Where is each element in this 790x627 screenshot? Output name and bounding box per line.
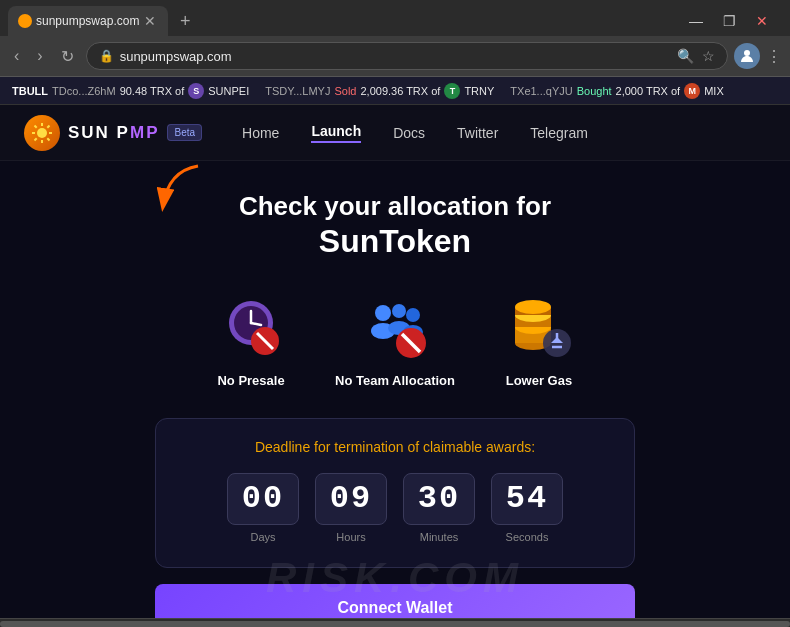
ticker-item-1: TBULL TDco...Z6hM 90.48 TRX of S SUNPEI <box>12 83 249 99</box>
forward-button[interactable]: › <box>31 43 48 69</box>
ticker-amount-3: 2,000 TRX of <box>616 85 681 97</box>
ticker-verb-3: Bought <box>577 85 612 97</box>
lower-gas-icon-wrap <box>503 291 575 363</box>
minimize-button[interactable]: — <box>683 9 709 33</box>
countdown-minutes-label: Minutes <box>420 531 459 543</box>
no-team-icon-wrap <box>359 291 431 363</box>
ticker-coin-name-2: TRNY <box>464 85 494 97</box>
nav-twitter[interactable]: Twitter <box>457 125 498 141</box>
ticker-item-2: TSDY...LMYJ Sold 2,009.36 TRX of T TRNY <box>265 83 494 99</box>
svg-point-19 <box>392 304 406 318</box>
lower-gas-icon <box>505 293 573 361</box>
address-text: sunpumpswap.com <box>120 49 671 64</box>
address-icons: 🔍 ☆ <box>677 48 715 64</box>
ticker-coin-1: S <box>188 83 204 99</box>
countdown-seconds-label: Seconds <box>506 531 549 543</box>
svg-point-0 <box>744 50 750 56</box>
scrollbar[interactable] <box>0 618 790 627</box>
nav-home[interactable]: Home <box>242 125 279 141</box>
countdown-title: Deadline for termination of claimable aw… <box>196 439 594 455</box>
connect-wallet-button[interactable]: Connect Wallet <box>155 584 635 618</box>
countdown-units: 00 Days 09 Hours 30 Minutes 54 Seconds <box>196 473 594 543</box>
countdown-days: 00 Days <box>227 473 299 543</box>
ticker-verb-2: Sold <box>334 85 356 97</box>
lock-icon: 🔒 <box>99 49 114 63</box>
countdown-minutes-value: 30 <box>403 473 475 525</box>
svg-point-21 <box>406 308 420 322</box>
no-presale-icon <box>219 295 283 359</box>
ticker-amount-1: 90.48 TRX of <box>120 85 185 97</box>
nav-telegram[interactable]: Telegram <box>530 125 588 141</box>
maximize-button[interactable]: ❐ <box>717 9 742 33</box>
svg-line-8 <box>47 138 49 140</box>
new-tab-button[interactable]: + <box>172 8 199 34</box>
tab-bar: sunpumpswap.com ✕ + — ❐ ✕ <box>0 0 790 36</box>
countdown-minutes: 30 Minutes <box>403 473 475 543</box>
back-button[interactable]: ‹ <box>8 43 25 69</box>
ticker-coin-2: T <box>444 83 460 99</box>
no-team-allocation-label: No Team Allocation <box>335 373 455 388</box>
svg-point-2 <box>37 128 47 138</box>
svg-line-10 <box>35 138 37 140</box>
countdown-hours-value: 09 <box>315 473 387 525</box>
feature-lower-gas: Lower Gas <box>503 291 575 388</box>
site-nav: SUN PMP Beta Home Launch Docs Twitter Te… <box>0 105 790 161</box>
search-icon: 🔍 <box>677 48 694 64</box>
page-title-line1: Check your allocation for <box>239 191 551 222</box>
feature-row: No Presale <box>215 291 575 388</box>
countdown-hours-label: Hours <box>336 531 365 543</box>
logo-icon <box>24 115 60 151</box>
beta-badge: Beta <box>167 124 202 141</box>
svg-point-17 <box>375 305 391 321</box>
no-presale-label: No Presale <box>217 373 284 388</box>
ticker-coin-3: M <box>684 83 700 99</box>
address-bar-row: ‹ › ↻ 🔒 sunpumpswap.com 🔍 ☆ ⋮ <box>0 36 790 76</box>
page-wrapper: SUN PMP Beta Home Launch Docs Twitter Te… <box>0 105 790 618</box>
ticker-coin-name-1: SUNPEI <box>208 85 249 97</box>
lower-gas-label: Lower Gas <box>506 373 572 388</box>
tab-close-button[interactable]: ✕ <box>142 13 158 29</box>
profile-icon[interactable] <box>734 43 760 69</box>
nav-launch[interactable]: Launch <box>311 123 361 143</box>
ticker-item-3: TXe1...qYJU Bought 2,000 TRX of M MIX <box>510 83 723 99</box>
browser-tab[interactable]: sunpumpswap.com ✕ <box>8 6 168 36</box>
tab-favicon <box>18 14 32 28</box>
svg-line-9 <box>47 125 49 127</box>
address-field[interactable]: 🔒 sunpumpswap.com 🔍 ☆ <box>86 42 728 70</box>
svg-line-7 <box>35 125 37 127</box>
window-controls: — ❐ ✕ <box>683 9 782 33</box>
feature-no-presale: No Presale <box>215 291 287 388</box>
close-window-button[interactable]: ✕ <box>750 9 774 33</box>
browser-chrome: sunpumpswap.com ✕ + — ❐ ✕ ‹ › ↻ 🔒 sunpum… <box>0 0 790 77</box>
feature-no-team-allocation: No Team Allocation <box>335 291 455 388</box>
logo-sun: SUN P <box>68 123 130 143</box>
nav-docs[interactable]: Docs <box>393 125 425 141</box>
tab-title: sunpumpswap.com <box>36 14 139 28</box>
ticker-brand-1: TBULL <box>12 85 48 97</box>
site-logo: SUN PMP Beta <box>24 115 202 151</box>
no-presale-icon-wrap <box>215 291 287 363</box>
ticker-bar: TBULL TDco...Z6hM 90.48 TRX of S SUNPEI … <box>0 77 790 105</box>
logo-text-group: SUN PMP <box>68 123 159 143</box>
ticker-addr-1: TDco...Z6hM <box>52 85 116 97</box>
countdown-days-value: 00 <box>227 473 299 525</box>
nav-links: Home Launch Docs Twitter Telegram <box>242 123 588 143</box>
ticker-coin-name-3: MIX <box>704 85 724 97</box>
reload-button[interactable]: ↻ <box>55 43 80 70</box>
ticker-amount-2: 2,009.36 TRX of <box>360 85 440 97</box>
countdown-days-label: Days <box>250 531 275 543</box>
menu-button[interactable]: ⋮ <box>766 47 782 66</box>
scroll-thumb[interactable] <box>0 621 790 627</box>
page-title-line2: SunToken <box>239 222 551 260</box>
countdown-box: Deadline for termination of claimable aw… <box>155 418 635 568</box>
countdown-seconds: 54 Seconds <box>491 473 563 543</box>
svg-point-31 <box>515 300 551 314</box>
ticker-addr-2: TSDY...LMYJ <box>265 85 330 97</box>
star-icon: ☆ <box>702 48 715 64</box>
main-content: Check your allocation for SunToken <box>0 161 790 618</box>
page-title: Check your allocation for SunToken <box>239 191 551 261</box>
countdown-seconds-value: 54 <box>491 473 563 525</box>
countdown-hours: 09 Hours <box>315 473 387 543</box>
logo-pump: MP <box>130 123 160 143</box>
no-team-allocation-icon <box>361 293 429 361</box>
